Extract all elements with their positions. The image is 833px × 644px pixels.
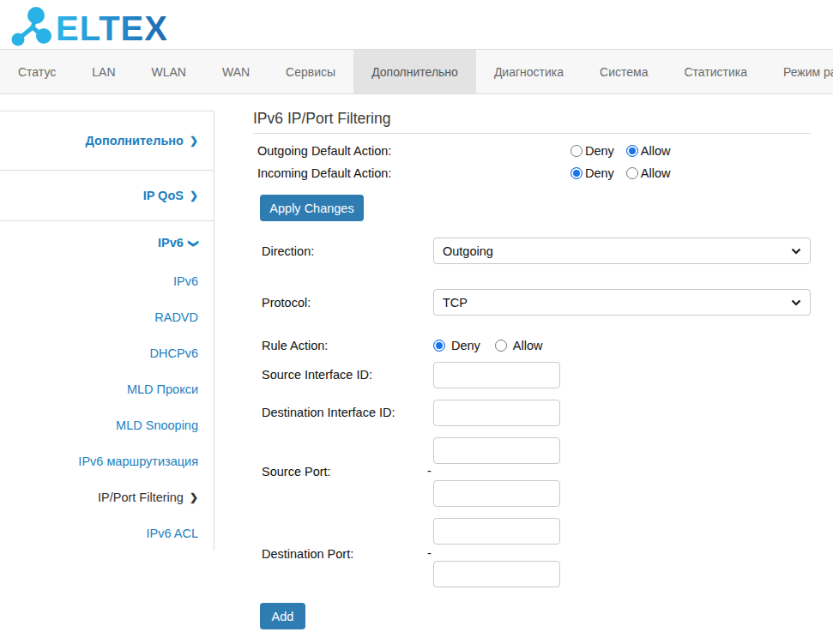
sidebar-item-label: IPv6 ACL xyxy=(147,527,198,540)
rule-allow-label: Allow xyxy=(513,339,543,352)
outgoing-default-action-group: Deny Allow xyxy=(570,143,671,159)
sidebar-item-label: Дополнительно xyxy=(86,134,184,147)
sidebar-item-ipv6[interactable]: IPv6 xyxy=(0,263,214,299)
chevron-right-icon: ❯ xyxy=(190,190,198,201)
sidebar-item-label: IPv6 xyxy=(158,236,184,250)
tab-work-mode[interactable]: Режим работы xyxy=(765,50,833,93)
sidebar-item-label: MLD Прокси xyxy=(127,382,198,396)
source-port-range-separator: - xyxy=(427,464,438,478)
rule-deny-radio[interactable] xyxy=(433,340,445,352)
outgoing-deny-label: Deny xyxy=(585,144,614,158)
rule-deny-label: Deny xyxy=(451,339,480,352)
dest-port-to-input[interactable] xyxy=(433,561,560,587)
eltex-logo: ELTEX xyxy=(7,3,178,46)
apply-changes-button[interactable]: Apply Changes xyxy=(260,195,364,221)
dest-port-from-input[interactable] xyxy=(433,518,560,545)
protocol-label: Protocol: xyxy=(262,295,311,310)
tab-system[interactable]: Система xyxy=(582,50,666,93)
add-button[interactable]: Add xyxy=(260,603,305,629)
sidebar-item-label: IP QoS xyxy=(143,189,184,202)
source-port-to-input[interactable] xyxy=(433,480,560,507)
sidebar: Дополнительно❯IP QoS❯IPv6❯IPv6RADVDDHCPv… xyxy=(0,111,214,551)
incoming-allow-radio[interactable] xyxy=(626,167,638,179)
dest-interface-input[interactable] xyxy=(433,400,560,426)
sidebar-item-label: IPv6 маршрутизация xyxy=(78,454,198,468)
sidebar-item-mld-snooping[interactable]: MLD Snooping xyxy=(0,407,214,443)
source-port-from-input[interactable] xyxy=(433,437,560,464)
top-nav: СтатусLANWLANWANСервисыДополнительноДиаг… xyxy=(0,49,833,94)
sidebar-item-mld-proxy[interactable]: MLD Прокси xyxy=(0,371,214,407)
sidebar-item-label: DHCPv6 xyxy=(150,346,198,360)
sidebar-item-label: RADVD xyxy=(154,310,198,324)
tab-services[interactable]: Сервисы xyxy=(268,50,353,93)
dest-port-label: Destination Port: xyxy=(262,546,353,562)
incoming-deny-option[interactable]: Deny xyxy=(570,166,614,180)
protocol-select[interactable]: TCP xyxy=(433,289,811,316)
chevron-down-icon xyxy=(791,248,801,255)
direction-select[interactable]: Outgoing xyxy=(433,238,811,264)
outgoing-default-action-label: Outgoing Default Action: xyxy=(257,143,391,159)
sidebar-item-advanced[interactable]: Дополнительно❯ xyxy=(0,111,214,171)
sidebar-item-label: IPv6 xyxy=(173,274,198,288)
rule-deny-option[interactable]: Deny xyxy=(433,339,480,352)
incoming-allow-label: Allow xyxy=(641,166,671,180)
incoming-deny-radio[interactable] xyxy=(570,167,582,179)
sidebar-item-dhcpv6[interactable]: DHCPv6 xyxy=(0,335,214,371)
outgoing-allow-option[interactable]: Allow xyxy=(626,144,671,158)
tab-advanced[interactable]: Дополнительно xyxy=(353,50,476,93)
router-admin-page: ELTEX СтатусLANWLANWANСервисыДополнитель… xyxy=(0,0,833,644)
source-port-label: Source Port: xyxy=(262,464,331,479)
tab-lan[interactable]: LAN xyxy=(74,50,133,93)
rule-action-label: Rule Action: xyxy=(262,338,328,353)
tab-diagnostics[interactable]: Диагностика xyxy=(476,50,582,93)
incoming-allow-option[interactable]: Allow xyxy=(626,166,671,180)
incoming-default-action-label: Incoming Default Action: xyxy=(257,166,391,181)
tab-wan[interactable]: WAN xyxy=(204,50,268,93)
sidebar-item-radvd[interactable]: RADVD xyxy=(0,299,214,335)
sidebar-item-ipv6-acl[interactable]: IPv6 ACL xyxy=(0,515,214,551)
rule-allow-radio[interactable] xyxy=(495,340,507,352)
outgoing-allow-radio[interactable] xyxy=(626,145,638,157)
protocol-value: TCP xyxy=(443,296,468,310)
molecule-icon xyxy=(12,7,52,46)
tab-wlan[interactable]: WLAN xyxy=(134,50,204,93)
eltex-logo-svg: ELTEX xyxy=(7,3,178,46)
chevron-right-icon: ❯ xyxy=(190,492,198,503)
outgoing-deny-radio[interactable] xyxy=(570,145,582,157)
rule-action-group: Deny Allow xyxy=(433,338,543,353)
chevron-right-icon: ❯ xyxy=(190,135,198,146)
dest-port-range-separator: - xyxy=(427,546,438,560)
dest-interface-label: Destination Interface ID: xyxy=(262,405,395,420)
rule-allow-option[interactable]: Allow xyxy=(495,339,543,352)
sidebar-item-label: IP/Port Filtering xyxy=(98,491,184,504)
direction-label: Direction: xyxy=(262,244,314,259)
tab-statistics[interactable]: Статистика xyxy=(666,50,765,93)
outgoing-allow-label: Allow xyxy=(641,144,671,158)
incoming-default-action-group: Deny Allow xyxy=(570,166,671,181)
sidebar-item-ipv6-routing[interactable]: IPv6 маршрутизация xyxy=(0,443,214,479)
incoming-deny-label: Deny xyxy=(585,166,614,180)
direction-value: Outgoing xyxy=(443,244,493,258)
source-interface-label: Source Interface ID: xyxy=(262,367,372,382)
sidebar-item-label: MLD Snooping xyxy=(116,418,198,432)
source-interface-input[interactable] xyxy=(433,362,560,388)
sidebar-item-ipv6-section[interactable]: IPv6❯ xyxy=(0,221,214,263)
tab-status[interactable]: Статус xyxy=(0,50,74,93)
brand-text: ELTEX xyxy=(56,9,168,46)
chevron-down-icon xyxy=(791,299,801,306)
page-title: IPv6 IP/Port Filtering xyxy=(253,110,811,134)
outgoing-deny-option[interactable]: Deny xyxy=(570,144,614,158)
chevron-down-icon: ❯ xyxy=(189,238,199,247)
sidebar-item-ip-qos[interactable]: IP QoS❯ xyxy=(0,171,214,221)
sidebar-item-ip-port-filtering[interactable]: IP/Port Filtering❯ xyxy=(0,479,214,515)
